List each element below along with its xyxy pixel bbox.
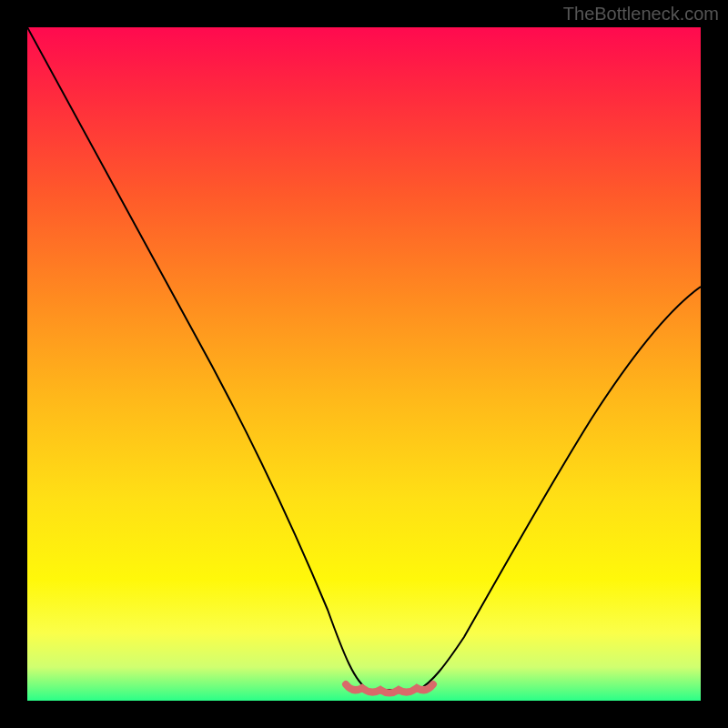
chart-container: TheBottleneck.com xyxy=(0,0,728,728)
gradient-background xyxy=(27,27,701,701)
watermark-text: TheBottleneck.com xyxy=(563,4,719,25)
plot-area xyxy=(27,27,701,701)
